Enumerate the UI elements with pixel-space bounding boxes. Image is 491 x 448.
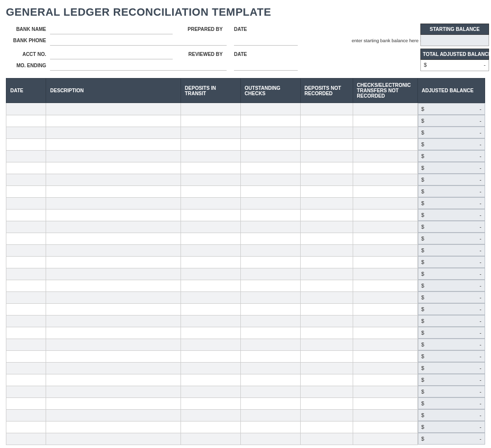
cell-deposits-not-recorded[interactable]: [300, 256, 353, 268]
cell-outstanding-checks[interactable]: [240, 174, 300, 185]
cell-description[interactable]: [46, 162, 181, 174]
acct-no-field[interactable]: [50, 49, 173, 59]
cell-checks-not-recorded[interactable]: [353, 362, 417, 374]
cell-date[interactable]: [6, 233, 46, 244]
cell-checks-not-recorded[interactable]: [353, 209, 417, 221]
reviewed-date-field[interactable]: [234, 60, 298, 71]
cell-outstanding-checks[interactable]: [240, 268, 300, 280]
cell-outstanding-checks[interactable]: [240, 291, 300, 303]
cell-checks-not-recorded[interactable]: [353, 233, 417, 244]
cell-deposits-not-recorded[interactable]: [300, 433, 353, 445]
cell-outstanding-checks[interactable]: [240, 138, 300, 150]
cell-description[interactable]: [46, 103, 181, 115]
cell-deposits-not-recorded[interactable]: [300, 162, 353, 174]
cell-deposits-in-transit[interactable]: [181, 291, 240, 303]
cell-date[interactable]: [6, 185, 46, 197]
cell-deposits-not-recorded[interactable]: [300, 303, 353, 315]
cell-deposits-in-transit[interactable]: [181, 350, 240, 362]
reviewed-by-field[interactable]: [173, 60, 227, 71]
cell-outstanding-checks[interactable]: [240, 303, 300, 315]
cell-deposits-in-transit[interactable]: [181, 433, 240, 445]
cell-date[interactable]: [6, 103, 46, 115]
cell-outstanding-checks[interactable]: [240, 386, 300, 397]
prepared-date-field[interactable]: [234, 35, 298, 46]
cell-date[interactable]: [6, 209, 46, 221]
cell-description[interactable]: [46, 280, 181, 291]
cell-checks-not-recorded[interactable]: [353, 374, 417, 386]
cell-outstanding-checks[interactable]: [240, 280, 300, 291]
cell-checks-not-recorded[interactable]: [353, 280, 417, 291]
cell-outstanding-checks[interactable]: [240, 339, 300, 350]
cell-date[interactable]: [6, 221, 46, 233]
cell-outstanding-checks[interactable]: [240, 209, 300, 221]
cell-deposits-in-transit[interactable]: [181, 280, 240, 291]
cell-description[interactable]: [46, 221, 181, 233]
cell-outstanding-checks[interactable]: [240, 244, 300, 256]
cell-deposits-in-transit[interactable]: [181, 362, 240, 374]
cell-outstanding-checks[interactable]: [240, 150, 300, 162]
cell-deposits-in-transit[interactable]: [181, 174, 240, 185]
cell-checks-not-recorded[interactable]: [353, 315, 417, 327]
cell-deposits-in-transit[interactable]: [181, 374, 240, 386]
cell-checks-not-recorded[interactable]: [353, 421, 417, 433]
cell-deposits-not-recorded[interactable]: [300, 374, 353, 386]
cell-description[interactable]: [46, 256, 181, 268]
cell-date[interactable]: [6, 350, 46, 362]
cell-deposits-not-recorded[interactable]: [300, 221, 353, 233]
cell-description[interactable]: [46, 327, 181, 339]
cell-deposits-not-recorded[interactable]: [300, 421, 353, 433]
cell-checks-not-recorded[interactable]: [353, 397, 417, 409]
cell-deposits-in-transit[interactable]: [181, 233, 240, 244]
cell-description[interactable]: [46, 374, 181, 386]
cell-deposits-in-transit[interactable]: [181, 421, 240, 433]
cell-deposits-in-transit[interactable]: [181, 162, 240, 174]
cell-deposits-in-transit[interactable]: [181, 339, 240, 350]
cell-outstanding-checks[interactable]: [240, 256, 300, 268]
cell-deposits-in-transit[interactable]: [181, 244, 240, 256]
cell-checks-not-recorded[interactable]: [353, 103, 417, 115]
cell-deposits-not-recorded[interactable]: [300, 339, 353, 350]
cell-date[interactable]: [6, 397, 46, 409]
cell-description[interactable]: [46, 233, 181, 244]
cell-deposits-not-recorded[interactable]: [300, 127, 353, 138]
cell-checks-not-recorded[interactable]: [353, 409, 417, 421]
cell-date[interactable]: [6, 421, 46, 433]
cell-outstanding-checks[interactable]: [240, 350, 300, 362]
cell-outstanding-checks[interactable]: [240, 362, 300, 374]
cell-description[interactable]: [46, 303, 181, 315]
cell-date[interactable]: [6, 409, 46, 421]
cell-date[interactable]: [6, 374, 46, 386]
cell-deposits-in-transit[interactable]: [181, 103, 240, 115]
cell-deposits-in-transit[interactable]: [181, 303, 240, 315]
cell-checks-not-recorded[interactable]: [353, 185, 417, 197]
cell-checks-not-recorded[interactable]: [353, 150, 417, 162]
cell-description[interactable]: [46, 409, 181, 421]
cell-outstanding-checks[interactable]: [240, 103, 300, 115]
cell-deposits-not-recorded[interactable]: [300, 409, 353, 421]
cell-description[interactable]: [46, 244, 181, 256]
cell-deposits-in-transit[interactable]: [181, 185, 240, 197]
cell-description[interactable]: [46, 421, 181, 433]
cell-description[interactable]: [46, 386, 181, 397]
cell-checks-not-recorded[interactable]: [353, 268, 417, 280]
cell-date[interactable]: [6, 127, 46, 138]
cell-description[interactable]: [46, 209, 181, 221]
cell-outstanding-checks[interactable]: [240, 315, 300, 327]
cell-deposits-in-transit[interactable]: [181, 209, 240, 221]
cell-deposits-in-transit[interactable]: [181, 268, 240, 280]
cell-deposits-not-recorded[interactable]: [300, 362, 353, 374]
cell-checks-not-recorded[interactable]: [353, 386, 417, 397]
cell-deposits-not-recorded[interactable]: [300, 244, 353, 256]
cell-date[interactable]: [6, 268, 46, 280]
cell-outstanding-checks[interactable]: [240, 421, 300, 433]
cell-description[interactable]: [46, 197, 181, 209]
cell-checks-not-recorded[interactable]: [353, 162, 417, 174]
cell-checks-not-recorded[interactable]: [353, 303, 417, 315]
cell-deposits-not-recorded[interactable]: [300, 115, 353, 127]
cell-date[interactable]: [6, 244, 46, 256]
cell-deposits-not-recorded[interactable]: [300, 103, 353, 115]
cell-deposits-not-recorded[interactable]: [300, 350, 353, 362]
cell-deposits-not-recorded[interactable]: [300, 386, 353, 397]
cell-deposits-in-transit[interactable]: [181, 256, 240, 268]
cell-outstanding-checks[interactable]: [240, 397, 300, 409]
